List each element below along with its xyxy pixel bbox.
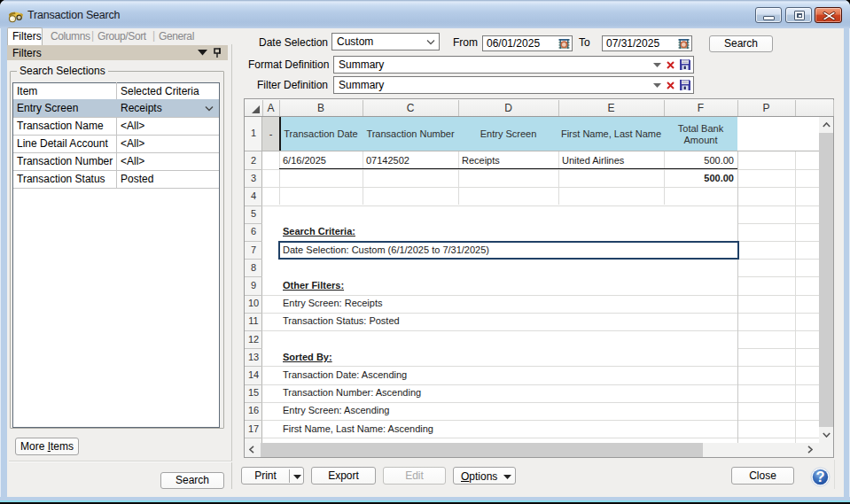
svg-text:?: ? <box>815 469 824 485</box>
